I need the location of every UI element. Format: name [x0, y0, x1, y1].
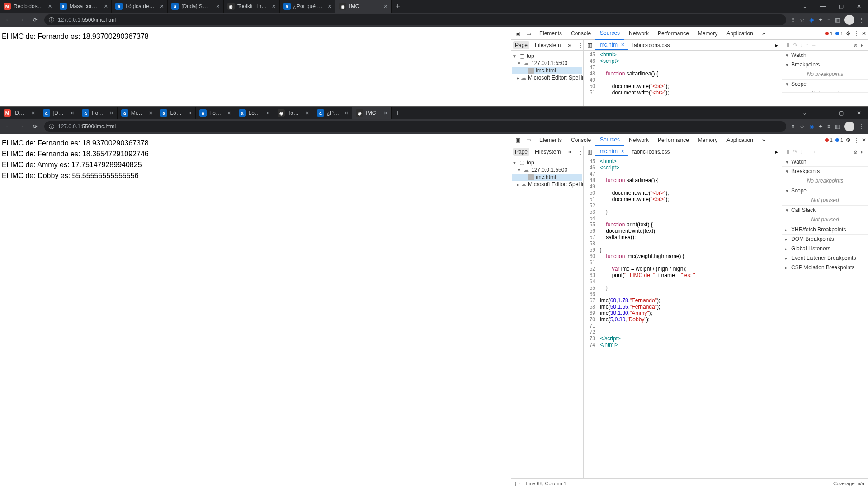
device-toolbar-icon[interactable]: ▭ — [524, 136, 533, 145]
close-icon[interactable]: × — [188, 109, 192, 117]
browser-tab[interactable]: a¿Por qué el profesional T-Shap…× — [280, 0, 336, 13]
devtools-panel-performance[interactable]: Performance — [653, 134, 693, 146]
devtools-panel-console[interactable]: Console — [566, 134, 595, 146]
close-icon[interactable]: × — [266, 109, 270, 117]
tree-file-imc[interactable]: imc.html — [512, 174, 582, 181]
dbg-event-listener-breakpoints-head[interactable]: ▸Event Listener Breakpoints — [782, 253, 868, 263]
maximize-icon[interactable]: ▢ — [832, 0, 850, 13]
close-window-icon[interactable]: ✕ — [850, 0, 868, 13]
forward-icon[interactable]: → — [17, 122, 26, 131]
close-icon[interactable]: × — [384, 109, 387, 117]
browser-tab[interactable]: ◉Toolkit Linkedin× — [224, 0, 280, 13]
ext-blue-icon[interactable]: ◉ — [809, 123, 814, 130]
close-icon[interactable]: × — [71, 109, 74, 117]
issues-badge[interactable]: 1 — [835, 31, 843, 36]
star-icon[interactable]: ☆ — [800, 123, 805, 130]
tree-host[interactable]: ▼☁127.0.0.1:5500 — [512, 166, 582, 174]
dbg-scope-head[interactable]: ▼Scope — [782, 186, 868, 195]
pause-exc-icon[interactable]: ⏯ — [860, 149, 865, 155]
close-window-icon[interactable]: ✕ — [850, 107, 868, 119]
devtools-panel-elements[interactable]: Elements — [535, 27, 566, 40]
tree-host[interactable]: ▼☁127.0.0.1:5500 — [512, 60, 582, 67]
devtools-panel-network[interactable]: Network — [624, 27, 653, 40]
avatar[interactable] — [844, 15, 854, 25]
close-icon[interactable]: × — [227, 109, 231, 117]
close-icon[interactable]: × — [48, 3, 52, 10]
reload-icon[interactable]: ⟳ — [31, 15, 40, 24]
star-icon[interactable]: ☆ — [800, 17, 805, 23]
close-icon[interactable]: × — [216, 3, 220, 10]
issues-badge[interactable]: 1 — [835, 137, 843, 143]
browser-tab[interactable]: aMasa corporal | Lógica de prog…× — [56, 0, 112, 13]
sidebar-toggle-icon[interactable]: ▥ — [585, 42, 594, 48]
browser-tab[interactable]: aLógica de program…× — [156, 107, 196, 119]
devtools-panel-sources[interactable]: Sources — [595, 27, 624, 40]
devtools-panel-memory[interactable]: Memory — [693, 27, 722, 40]
browser-tab[interactable]: ◉IMC× — [335, 0, 392, 13]
extensions-icon[interactable]: ✦ — [818, 123, 823, 130]
step-out-icon[interactable]: ↑ — [806, 42, 808, 48]
inspect-icon[interactable]: ▣ — [513, 136, 522, 145]
extensions-icon[interactable]: ✦ — [818, 17, 823, 23]
step-over-icon[interactable]: ↷ — [793, 149, 797, 155]
breakpoints-head[interactable]: ▼Breakpoints — [782, 60, 868, 69]
url-bar[interactable]: ⓘ 127.0.0.1:5500/imc.html — [44, 14, 786, 25]
back-icon[interactable]: ← — [4, 15, 13, 24]
more-panels-icon[interactable]: » — [760, 137, 768, 143]
info-icon[interactable]: ⓘ — [49, 123, 54, 131]
close-icon[interactable]: × — [104, 3, 108, 10]
browser-tab[interactable]: aFormación Princip…× — [196, 107, 235, 119]
browser-tab[interactable]: a[Duda] SOLO ME CARGA EL RES…× — [168, 0, 224, 13]
editor-more-icon[interactable]: ▸ — [774, 149, 780, 155]
dbg-breakpoints-head[interactable]: ▼Breakpoints — [782, 167, 868, 176]
browser-tab[interactable]: aLógica de programación: Prime…× — [112, 0, 168, 13]
close-icon[interactable]: × — [31, 109, 35, 117]
browser-tab[interactable]: a¿Por qué el profes…× — [313, 107, 353, 119]
chevron-down-icon[interactable]: ⌄ — [796, 0, 814, 13]
close-icon[interactable]: × — [344, 109, 348, 117]
browser-tab[interactable]: ◉Toolkit Linkedin× — [274, 107, 313, 119]
reading-list-icon[interactable]: ≡ — [827, 17, 830, 23]
step-icon[interactable]: → — [811, 42, 816, 48]
step-into-icon[interactable]: ↓ — [800, 42, 803, 48]
devtools-panel-application[interactable]: Application — [722, 134, 758, 146]
dbg-csp-violation-breakpoints-head[interactable]: ▸CSP Violation Breakpoints — [782, 263, 868, 272]
ext-blue-icon[interactable]: ◉ — [809, 17, 814, 23]
code-editor[interactable]: 45 46 47 48 49 50 51 <html> <script> fun… — [584, 51, 782, 106]
new-tab-button[interactable]: + — [392, 107, 404, 119]
dbg-watch-head[interactable]: ▼Watch — [782, 157, 868, 166]
dbg-global-listeners-head[interactable]: ▸Global Listeners — [782, 244, 868, 253]
close-icon[interactable]: × — [621, 42, 624, 48]
error-badge[interactable]: 1 — [825, 137, 833, 143]
browser-tab[interactable]: aMis Cursos | Alura…× — [118, 107, 157, 119]
pretty-print-icon[interactable]: { } — [515, 481, 519, 486]
device-toolbar-icon[interactable]: ▭ — [524, 29, 533, 38]
editor-tab-fabric[interactable]: fabric-icons.css — [629, 41, 674, 49]
tree-top[interactable]: ▼▢top — [512, 159, 582, 166]
maximize-icon[interactable]: ▢ — [832, 107, 850, 119]
browser-tab[interactable]: a[Duda] IMC solo m…× — [39, 107, 79, 119]
deactivate-bp-icon[interactable]: ⌀ — [854, 149, 857, 155]
side-panel-icon[interactable]: ▥ — [835, 123, 840, 130]
reading-list-icon[interactable]: ≡ — [827, 123, 830, 130]
browser-tab[interactable]: MRecibidos (32) - fevasquez444@× — [0, 0, 56, 13]
more-panels-icon[interactable]: » — [760, 30, 768, 37]
step-icon[interactable]: → — [811, 149, 816, 155]
share-icon[interactable]: ⇪ — [791, 17, 795, 23]
pause-icon[interactable]: ⏸ — [785, 42, 790, 48]
dbg-call-stack-head[interactable]: ▼Call Stack — [782, 206, 868, 215]
sidebar-toggle-icon[interactable]: ▥ — [585, 149, 594, 155]
devtools-panel-sources[interactable]: Sources — [595, 134, 624, 146]
browser-tab[interactable]: M[Duda] IMC solo m…× — [0, 107, 39, 119]
watch-head[interactable]: ▼Watch — [782, 51, 868, 60]
browser-tab[interactable]: aFormación Etapa …× — [78, 107, 118, 119]
step-into-icon[interactable]: ↓ — [800, 149, 803, 155]
error-badge[interactable]: 1 — [825, 31, 833, 36]
devtools-panel-application[interactable]: Application — [722, 27, 758, 40]
chevron-down-icon[interactable]: ⌄ — [796, 107, 814, 119]
close-icon[interactable]: × — [110, 109, 113, 117]
devtools-panel-network[interactable]: Network — [624, 134, 653, 146]
page-subtab[interactable]: Page — [513, 148, 529, 156]
kebab-menu-icon[interactable]: ⋮ — [859, 17, 864, 23]
inspect-icon[interactable]: ▣ — [513, 29, 522, 38]
